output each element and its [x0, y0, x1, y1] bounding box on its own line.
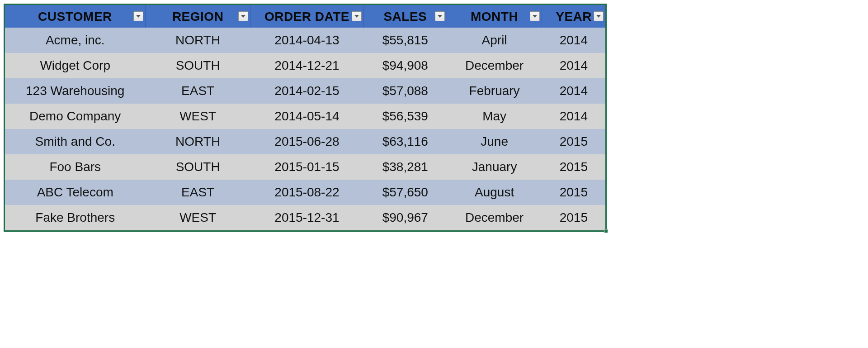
cell-month[interactable]: June: [447, 129, 542, 154]
chevron-down-icon: [438, 15, 442, 18]
cell-year[interactable]: 2015: [542, 180, 605, 205]
cell-order-date[interactable]: 2014-05-14: [250, 104, 363, 129]
cell-year[interactable]: 2015: [542, 154, 605, 180]
cell-month[interactable]: May: [447, 104, 542, 129]
cell-customer[interactable]: Fake Brothers: [5, 205, 145, 230]
cell-order-date[interactable]: 2014-12-21: [250, 53, 363, 78]
cell-sales[interactable]: $57,088: [363, 78, 447, 104]
cell-year[interactable]: 2014: [542, 53, 605, 78]
cell-year[interactable]: 2015: [542, 205, 605, 230]
cell-customer[interactable]: Acme, inc.: [5, 28, 145, 53]
cell-region[interactable]: EAST: [145, 78, 250, 104]
cell-region[interactable]: EAST: [145, 180, 250, 205]
spreadsheet-region: CUSTOMER REGION ORDER DATE: [4, 4, 607, 232]
cell-region[interactable]: NORTH: [145, 129, 250, 154]
table-row[interactable]: Fake Brothers WEST 2015-12-31 $90,967 De…: [5, 205, 605, 230]
header-label: YEAR: [556, 10, 592, 24]
chevron-down-icon: [354, 15, 359, 18]
table-row[interactable]: Demo Company WEST 2014-05-14 $56,539 May…: [5, 104, 605, 129]
header-label: SALES: [383, 10, 427, 24]
header-region[interactable]: REGION: [145, 5, 250, 28]
selection-border: CUSTOMER REGION ORDER DATE: [4, 4, 607, 232]
cell-sales[interactable]: $63,116: [363, 129, 447, 154]
data-table: CUSTOMER REGION ORDER DATE: [5, 5, 605, 230]
cell-sales[interactable]: $55,815: [363, 28, 447, 53]
filter-button-year[interactable]: [594, 11, 604, 21]
chevron-down-icon: [241, 15, 245, 18]
table-row[interactable]: Smith and Co. NORTH 2015-06-28 $63,116 J…: [5, 129, 605, 154]
selection-fill-handle[interactable]: [604, 229, 608, 233]
cell-order-date[interactable]: 2014-04-13: [250, 28, 363, 53]
cell-month[interactable]: April: [447, 28, 542, 53]
table-row[interactable]: ABC Telecom EAST 2015-08-22 $57,650 Augu…: [5, 180, 605, 205]
header-label: MONTH: [471, 10, 518, 24]
header-sales[interactable]: SALES: [363, 5, 447, 28]
cell-sales[interactable]: $90,967: [363, 205, 447, 230]
header-label: CUSTOMER: [38, 10, 112, 24]
chevron-down-icon: [136, 15, 141, 18]
cell-month[interactable]: August: [447, 180, 542, 205]
cell-customer[interactable]: Smith and Co.: [5, 129, 145, 154]
cell-sales[interactable]: $94,908: [363, 53, 447, 78]
cell-month[interactable]: December: [447, 205, 542, 230]
cell-order-date[interactable]: 2015-06-28: [250, 129, 363, 154]
cell-region[interactable]: NORTH: [145, 28, 250, 53]
cell-order-date[interactable]: 2015-12-31: [250, 205, 363, 230]
cell-sales[interactable]: $56,539: [363, 104, 447, 129]
cell-order-date[interactable]: 2014-02-15: [250, 78, 363, 104]
cell-customer[interactable]: Demo Company: [5, 104, 145, 129]
table-row[interactable]: Acme, inc. NORTH 2014-04-13 $55,815 Apri…: [5, 28, 605, 53]
cell-month[interactable]: December: [447, 53, 542, 78]
header-row: CUSTOMER REGION ORDER DATE: [5, 5, 605, 28]
cell-year[interactable]: 2014: [542, 28, 605, 53]
cell-region[interactable]: WEST: [145, 205, 250, 230]
cell-region[interactable]: WEST: [145, 104, 250, 129]
cell-sales[interactable]: $57,650: [363, 180, 447, 205]
cell-year[interactable]: 2014: [542, 104, 605, 129]
cell-customer[interactable]: Widget Corp: [5, 53, 145, 78]
cell-month[interactable]: January: [447, 154, 542, 180]
chevron-down-icon: [596, 15, 601, 18]
cell-year[interactable]: 2014: [542, 78, 605, 104]
chevron-down-icon: [533, 15, 537, 18]
cell-customer[interactable]: 123 Warehousing: [5, 78, 145, 104]
filter-button-sales[interactable]: [435, 11, 445, 21]
cell-order-date[interactable]: 2015-08-22: [250, 180, 363, 205]
cell-customer[interactable]: Foo Bars: [5, 154, 145, 180]
header-order-date[interactable]: ORDER DATE: [250, 5, 363, 28]
table-row[interactable]: Widget Corp SOUTH 2014-12-21 $94,908 Dec…: [5, 53, 605, 78]
header-label: REGION: [172, 10, 223, 24]
header-customer[interactable]: CUSTOMER: [5, 5, 145, 28]
cell-year[interactable]: 2015: [542, 129, 605, 154]
cell-region[interactable]: SOUTH: [145, 154, 250, 180]
cell-order-date[interactable]: 2015-01-15: [250, 154, 363, 180]
cell-sales[interactable]: $38,281: [363, 154, 447, 180]
header-year[interactable]: YEAR: [542, 5, 605, 28]
table-row[interactable]: Foo Bars SOUTH 2015-01-15 $38,281 Januar…: [5, 154, 605, 180]
cell-month[interactable]: February: [447, 78, 542, 104]
filter-button-month[interactable]: [530, 11, 540, 21]
filter-button-order-date[interactable]: [352, 11, 362, 21]
cell-region[interactable]: SOUTH: [145, 53, 250, 78]
filter-button-customer[interactable]: [133, 11, 143, 21]
table-row[interactable]: 123 Warehousing EAST 2014-02-15 $57,088 …: [5, 78, 605, 104]
filter-button-region[interactable]: [238, 11, 248, 21]
cell-customer[interactable]: ABC Telecom: [5, 180, 145, 205]
header-label: ORDER DATE: [264, 10, 349, 24]
header-month[interactable]: MONTH: [447, 5, 542, 28]
